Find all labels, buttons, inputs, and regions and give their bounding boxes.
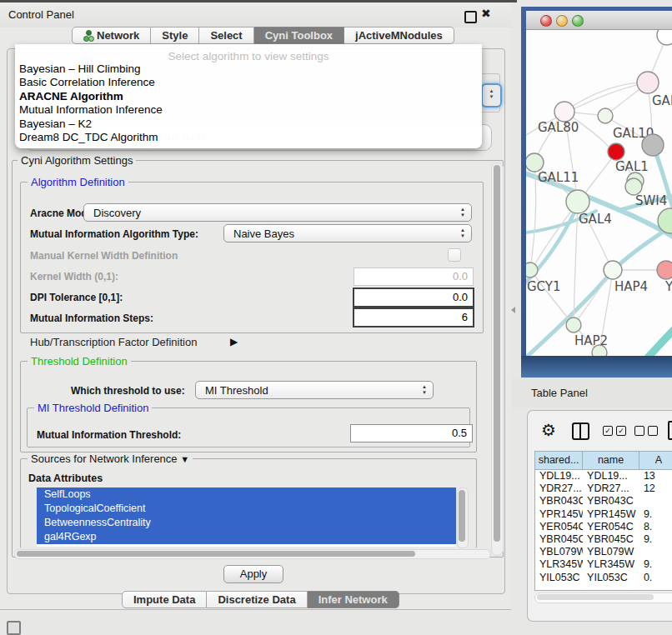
network-node-hap4[interactable] (604, 261, 622, 279)
scrollbar-thumb[interactable] (459, 490, 465, 542)
tab-label: Cyni Toolbox (265, 28, 333, 44)
column-header-a[interactable]: A (639, 452, 672, 469)
network-edge[interactable] (648, 318, 672, 356)
expand-arrow-icon[interactable]: ▶ (230, 336, 238, 348)
dpi-tolerance-field[interactable]: 0.0 (353, 288, 474, 308)
table-row[interactable]: YBR043CYBR043C (535, 495, 672, 508)
network-window-bottom-frame (521, 356, 672, 378)
node-label: HAP4 (614, 279, 648, 294)
network-node[interactable] (642, 134, 664, 156)
collapse-arrow-icon[interactable]: ▼ (180, 454, 189, 464)
node-label: GAL80 (538, 120, 579, 135)
algorithm-option[interactable]: Dream8 DC_TDC Algorithm (15, 131, 482, 144)
mi-threshold-field[interactable]: 0.5 (350, 424, 473, 442)
checked-checkbox-icon[interactable]: ✓ (603, 426, 613, 436)
table-row[interactable]: YDR27...YDR27...12 (535, 482, 672, 495)
network-edge[interactable] (530, 163, 536, 270)
tab-cyni-toolbox[interactable]: Cyni Toolbox (254, 27, 344, 44)
network-node-gcy1[interactable] (526, 262, 538, 278)
tab-jactivemnodules[interactable]: jActiveMNodules (344, 27, 454, 44)
network-node[interactable] (608, 143, 624, 160)
scrollbar-thumb[interactable] (17, 551, 415, 557)
network-canvas[interactable]: GALGAL80GAL10GAL1GAL11SWI4GAL4GCY1HAP4YH… (526, 30, 672, 356)
bottom-tab-discretize-data[interactable]: Discretize Data (207, 591, 307, 608)
apply-button[interactable]: Apply (223, 565, 283, 583)
network-node-gal4[interactable] (566, 190, 589, 213)
network-node[interactable] (592, 345, 607, 356)
network-node-gal11[interactable] (526, 153, 544, 172)
data-attribute-item[interactable]: SelfLoops (37, 488, 456, 502)
table-row[interactable]: YER054CYER054C8. (535, 521, 672, 533)
table-row[interactable]: YIL053CYIL053C0. (535, 572, 672, 584)
gear-icon[interactable]: ⚙ (541, 422, 556, 438)
mi-steps-field[interactable]: 6 (353, 308, 474, 328)
mi-algorithm-type-combo[interactable]: Naive Bayes ▲▼ (223, 224, 472, 242)
zoom-traffic-icon[interactable] (572, 15, 584, 27)
algorithm-option[interactable]: Mutual Information Inference (15, 103, 482, 117)
settings-horizontal-scrollbar[interactable] (14, 549, 491, 559)
scrollbar-thumb[interactable] (537, 594, 654, 600)
mi-algorithm-type-label: Mutual Information Algorithm Type: (30, 228, 198, 240)
bottom-tab-impute-data[interactable]: Impute Data (122, 591, 207, 608)
network-node[interactable] (657, 30, 672, 45)
unchecked-checkbox-icon[interactable] (648, 426, 658, 436)
minimized-panel-icon[interactable] (7, 621, 21, 635)
network-node-gal80[interactable] (554, 102, 574, 122)
table-row[interactable]: YDL19...YDL19...13 (535, 470, 672, 482)
splitter-collapse-icon[interactable] (511, 307, 515, 313)
which-threshold-combo[interactable]: MI Threshold ▲▼ (195, 381, 434, 399)
network-node-y[interactable] (657, 261, 672, 279)
table-row[interactable]: YLR345WYLR345W9. (535, 558, 672, 571)
table-row[interactable]: YPR145WYPR145W9. (535, 508, 672, 521)
algorithm-option[interactable]: Basic Correlation Inference (15, 76, 482, 89)
network-window-titlebar[interactable] (526, 11, 672, 30)
tab-select[interactable]: Select (199, 27, 253, 44)
column-header-name[interactable]: name (583, 452, 639, 469)
kernel-width-field[interactable]: 0.0 (354, 268, 474, 286)
node-table[interactable]: shared...nameA YDL19...YDL19...13YDR27..… (534, 451, 672, 591)
tab-network[interactable]: Network (72, 27, 151, 44)
data-attribute-item[interactable]: gal4RGexp (37, 530, 456, 544)
combo-arrows-icon: ▲▼ (422, 384, 427, 396)
network-node-gal[interactable] (637, 72, 659, 93)
table-cell: YDR27... (583, 482, 639, 495)
table-row[interactable]: YBL079WYBL079W (535, 546, 672, 558)
algorithm-option[interactable]: Bayesian – K2 (15, 118, 482, 131)
network-graph[interactable]: GALGAL80GAL10GAL1GAL11SWI4GAL4GCY1HAP4YH… (526, 30, 672, 356)
table-cell: YBL079W (535, 546, 583, 558)
attributes-vertical-scrollbar[interactable] (457, 488, 469, 548)
network-node-gal10[interactable] (598, 108, 613, 123)
aracne-mode-combo[interactable]: Discovery ▲▼ (83, 203, 472, 222)
bottom-tab-infer-network[interactable]: Infer Network (308, 591, 399, 608)
ghost-focused-combo-button[interactable]: ▲▼ (481, 83, 502, 108)
scrollbar-thumb[interactable] (494, 165, 500, 542)
control-panel-tabbar: NetworkStyleSelectCyni ToolboxjActiveMNo… (72, 27, 454, 44)
network-edge[interactable] (574, 271, 612, 324)
tab-style[interactable]: Style (151, 27, 199, 44)
network-edge[interactable] (532, 202, 578, 269)
hub-tf-definition-label: Hub/Transcription Factor Definition (30, 336, 197, 348)
table-horizontal-scrollbar[interactable] (534, 592, 672, 603)
data-attribute-item[interactable]: BetweennessCentrality (37, 516, 456, 530)
checked-checkbox-icon[interactable]: ✓ (616, 426, 626, 436)
network-node-swi4[interactable] (625, 178, 642, 195)
document-icon[interactable] (668, 421, 672, 440)
table-cell: YPR145W (583, 508, 639, 521)
algorithm-option[interactable]: ARACNE Algorithm (15, 90, 482, 103)
manual-kernel-width-checkbox[interactable] (448, 248, 461, 262)
kernel-width-label: Kernel Width (0,1): (30, 271, 118, 282)
node-label: GAL4 (579, 212, 612, 227)
algorithm-option[interactable]: Bayesian – Hill Climbing (15, 62, 482, 76)
column-header-shared-[interactable]: shared... (535, 452, 583, 469)
minimize-traffic-icon[interactable] (556, 15, 568, 27)
data-attribute-item[interactable]: TopologicalCoefficient (37, 502, 456, 516)
settings-vertical-scrollbar[interactable] (491, 162, 504, 556)
network-node-hap2[interactable] (566, 318, 581, 332)
close-traffic-icon[interactable] (540, 15, 552, 27)
close-icon[interactable]: ✖ (481, 7, 491, 20)
unchecked-checkbox-icon[interactable] (634, 426, 644, 436)
columns-icon[interactable] (572, 422, 589, 440)
float-window-icon[interactable] (464, 11, 477, 23)
table-row[interactable]: YBR045CYBR045C9. (535, 533, 672, 546)
data-attributes-list[interactable]: SelfLoopsTopologicalCoefficientBetweenne… (37, 488, 456, 547)
